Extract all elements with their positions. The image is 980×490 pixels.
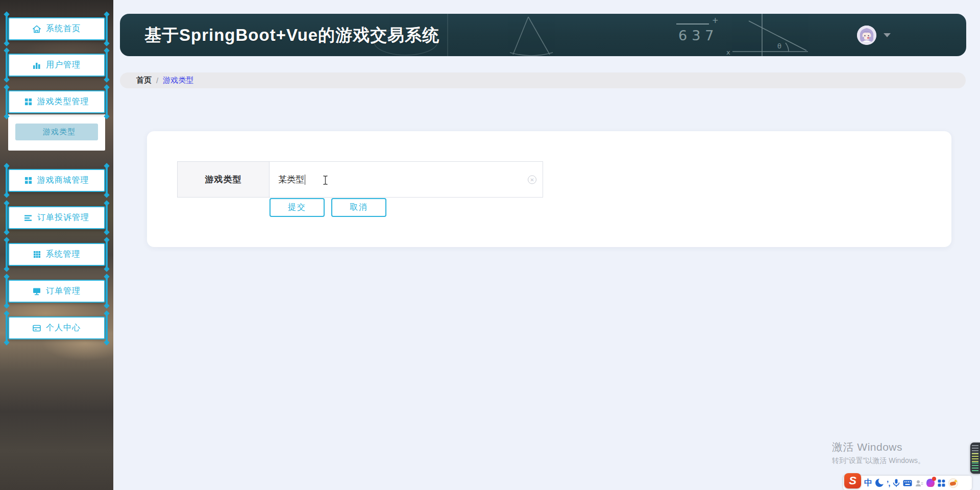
skin-theme-icon[interactable] [926,479,935,487]
input-value-text: 某类型 [278,174,304,185]
form-buttons: 提交 取消 [270,198,386,217]
form-table: 游戏类型 某类型 ✕ [177,161,543,198]
ibeam-mouse-cursor [323,175,328,185]
sidebar-item-label: 系统首页 [46,23,81,34]
chalk-x-label: x [726,48,730,56]
nav-deco-right [106,277,108,306]
sidebar-item-order-complaint-management[interactable]: 订单投诉管理 [8,206,105,229]
edge-widget-gray-bars [972,445,978,453]
avatar[interactable] [857,26,876,45]
sidebar-item-user-management[interactable]: 用户管理 [8,54,105,77]
language-mode-icon[interactable]: 中 [864,478,872,488]
punctuation-mode-icon[interactable]: ’, [887,479,890,487]
sidebar-item-label: 用户管理 [46,60,81,70]
nav-deco-left [6,313,8,342]
keyboard-icon[interactable] [903,480,912,486]
nav-deco-right [106,87,108,116]
nav-deco-right [106,203,108,232]
nav-deco-right [106,240,108,269]
form-card: 游戏类型 某类型 ✕ 提交 取消 [147,131,951,247]
content-area: 637 + θ x 基于SpringBoot+Vue的游戏交易系统 [113,0,980,490]
chalk-numbers: 637 [678,28,719,43]
sidebar-item-label: 订单管理 [46,286,81,297]
nav-deco-right [106,51,108,80]
breadcrumb-separator: / [156,76,158,85]
chalk-theta: θ [777,42,781,50]
chalk-plus: + [712,16,719,25]
sidebar-subitem-game-type[interactable]: 游戏类型 [15,124,98,140]
nav-deco-left [6,51,8,80]
ime-toolbar: S 中 ’, [843,476,972,490]
nav-deco-left [6,277,8,306]
sidebar-item-system-home[interactable]: 系统首页 [8,17,105,40]
page-title: 基于SpringBoot+Vue的游戏交易系统 [144,23,439,46]
page: 系统首页 用户管理 游戏类型管理 游戏类型 [0,0,980,490]
app-header: 637 + θ x 基于SpringBoot+Vue的游戏交易系统 [120,14,966,56]
microphone-icon[interactable] [893,479,900,487]
sidebar-subitem-label: 游戏类型 [43,127,76,137]
user-profile-icon[interactable] [915,479,923,487]
card-icon [33,324,41,332]
grid-3x3-icon [33,251,41,258]
avatar-group [857,26,891,45]
grid-2x2-icon [24,98,32,106]
nav-deco-left [6,240,8,269]
sidebar: 系统首页 用户管理 游戏类型管理 游戏类型 [0,0,113,490]
breadcrumb-current-link[interactable]: 游戏类型 [163,76,193,85]
bar-chart-icon [33,61,41,69]
nav-deco-right [106,166,108,195]
game-type-input[interactable]: 某类型 ✕ [270,162,543,197]
cancel-button[interactable]: 取消 [331,198,386,217]
home-icon [33,25,41,33]
text-caret [305,175,305,185]
emoji-sticker-icon[interactable] [948,478,958,488]
nav-deco-left [6,14,8,43]
nav-deco-left [6,166,8,195]
monitor-icon [33,287,41,296]
sidebar-item-game-type-management[interactable]: 游戏类型管理 [8,90,105,113]
sidebar-item-personal-center[interactable]: 个人中心 [8,316,105,339]
nav-deco-right [106,313,108,342]
edge-widget-green-bars [972,462,978,471]
nav-deco-left [6,87,8,116]
toolbox-grid-icon[interactable] [938,479,945,487]
nav-deco-right [106,14,108,43]
submit-button[interactable]: 提交 [270,198,325,217]
sidebar-item-label: 个人中心 [46,323,81,333]
sogou-logo-icon[interactable]: S [844,473,861,488]
sidebar-item-order-management[interactable]: 订单管理 [8,280,105,303]
grid-2x2-icon [24,177,32,184]
edge-equalizer-widget[interactable] [970,443,980,474]
form-field-label: 游戏类型 [178,162,270,197]
edge-widget-lime-bars [972,453,978,462]
sidebar-submenu: 游戏类型 [8,114,105,151]
moon-mode-icon[interactable] [875,479,884,487]
nav-deco-left [6,203,8,232]
sidebar-item-system-management[interactable]: 系统管理 [8,243,105,266]
avatar-dropdown-caret[interactable] [884,33,891,37]
clear-input-icon[interactable]: ✕ [528,175,536,184]
sidebar-item-label: 订单投诉管理 [37,212,89,223]
list-icon [24,214,32,222]
breadcrumb: 首页 / 游戏类型 [120,72,966,88]
sidebar-item-label: 游戏商城管理 [37,175,89,186]
sidebar-item-game-mall-management[interactable]: 游戏商城管理 [8,169,105,192]
sidebar-item-label: 系统管理 [46,249,81,260]
sidebar-item-label: 游戏类型管理 [37,96,89,107]
breadcrumb-home-link[interactable]: 首页 [136,76,152,85]
